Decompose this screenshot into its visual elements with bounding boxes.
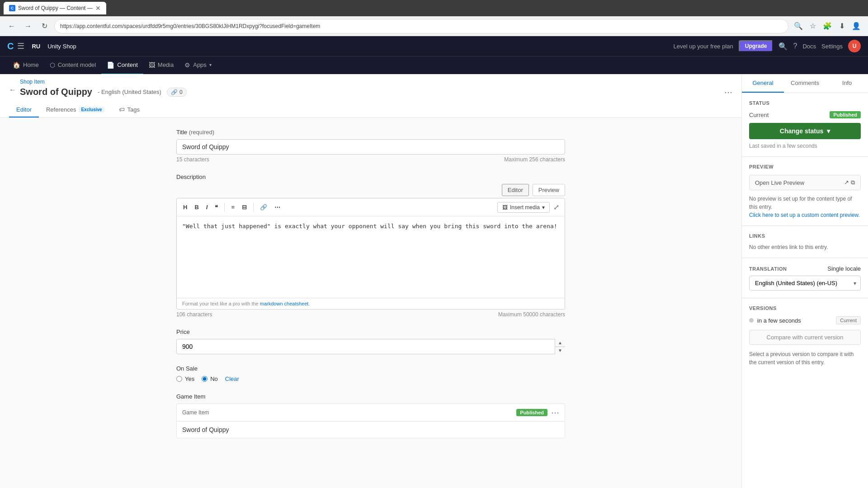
number-spinners: ▲ ▼ <box>555 339 565 354</box>
back-button[interactable]: ← <box>5 20 18 33</box>
ref-card-menu-button[interactable]: ⋯ <box>551 408 559 418</box>
profile-icon[interactable]: 👤 <box>850 20 863 33</box>
price-input-wrap: ▲ ▼ <box>176 339 565 354</box>
bookmark-icon[interactable]: ☆ <box>807 20 819 33</box>
description-field-group: Description Editor Preview H B I ❝ ≡ <box>176 174 565 318</box>
rte-preview-tab[interactable]: Preview <box>533 184 565 196</box>
settings-label[interactable]: Settings <box>821 43 843 50</box>
game-item-card: Game Item Published ⋯ Sword of Quippy <box>176 404 565 438</box>
tab-close-button[interactable]: ✕ <box>95 5 101 12</box>
tab-editor[interactable]: Editor <box>9 103 39 117</box>
right-sidebar: General Comments Info STATUS Current Pub… <box>741 74 868 488</box>
download-icon[interactable]: ⬇ <box>835 20 848 33</box>
address-bar[interactable]: https://app.contentful.com/spaces/urdfdd… <box>54 19 788 33</box>
copy-icon: ⧉ <box>851 179 855 186</box>
open-live-preview-button[interactable]: Open Live Preview ↗ ⧉ <box>749 175 861 190</box>
help-icon[interactable]: ? <box>793 42 797 50</box>
insert-media-button[interactable]: 🖼 Insert media ▾ <box>497 202 550 213</box>
ordered-list-button[interactable]: ⊟ <box>239 202 250 212</box>
rte-editor-tab[interactable]: Editor <box>502 184 529 196</box>
form-area[interactable]: Title (required) 15 characters Maximum 2… <box>0 118 741 488</box>
status-row: Current Published <box>749 111 861 118</box>
tab-tags[interactable]: 🏷 Tags <box>112 103 147 117</box>
rte-tab-bar: Editor Preview <box>176 184 565 196</box>
app-logo: C <box>7 41 14 52</box>
italic-button[interactable]: I <box>203 202 211 212</box>
sidebar-tabs: General Comments Info <box>742 74 868 93</box>
markdown-cheatsheet-link[interactable]: markdown cheatsheet <box>260 301 309 306</box>
quote-button[interactable]: ❝ <box>212 202 221 212</box>
on-sale-yes-option[interactable]: Yes <box>176 375 194 382</box>
hamburger-menu-icon[interactable]: ☰ <box>17 41 24 51</box>
published-status-badge: Published <box>830 111 861 118</box>
browser-tab[interactable]: C Sword of Quippy — Content — ✕ <box>4 2 106 14</box>
link-icon: 🔗 <box>171 89 178 95</box>
nav-item-apps[interactable]: ⚙ Apps ▾ <box>179 56 217 75</box>
more-options-button[interactable]: ⋯ <box>724 87 732 97</box>
heading-button[interactable]: H <box>180 202 190 212</box>
price-input[interactable] <box>176 339 565 354</box>
preview-note: No preview is set up for the content typ… <box>749 195 861 211</box>
title-input[interactable] <box>176 139 565 155</box>
locale-select[interactable]: English (United States) (en-US) <box>749 276 861 291</box>
translation-section-title: TRANSLATION <box>749 266 787 272</box>
search-icon[interactable]: 🔍 <box>792 20 805 33</box>
org-initials: RU <box>28 41 44 52</box>
chevron-down-icon: ▾ <box>827 127 830 135</box>
nav-item-content-model[interactable]: ⬡ Content model <box>44 56 102 75</box>
sidebar-tab-comments[interactable]: Comments <box>784 74 826 93</box>
back-button[interactable]: ← <box>9 86 16 94</box>
links-badge[interactable]: 🔗 0 <box>167 88 187 97</box>
versions-section-title: VERSIONS <box>749 305 861 311</box>
browser-chrome: C Sword of Quippy — Content — ✕ <box>0 0 868 16</box>
rte-divider <box>224 203 225 212</box>
forward-button[interactable]: → <box>22 20 34 33</box>
chevron-down-icon: ▾ <box>542 204 545 211</box>
current-version-badge: Current <box>836 316 861 324</box>
breadcrumb[interactable]: Shop Item <box>20 79 732 85</box>
nav-item-home[interactable]: 🏠 Home <box>7 56 44 75</box>
compare-versions-button[interactable]: Compare with current version <box>749 330 861 345</box>
reload-button[interactable]: ↻ <box>38 20 51 33</box>
on-sale-yes-radio[interactable] <box>176 376 182 382</box>
tab-references[interactable]: References Exclusive <box>39 103 112 117</box>
sidebar-tab-general[interactable]: General <box>742 74 784 93</box>
on-sale-clear-link[interactable]: Clear <box>225 375 239 382</box>
upgrade-button[interactable]: Upgrade <box>739 40 774 52</box>
extension-icon[interactable]: 🧩 <box>821 20 834 33</box>
nav-item-content[interactable]: 📄 Content <box>101 56 143 75</box>
app-bar: C ☰ RU Unity Shop Level up your free pla… <box>0 36 868 56</box>
sidebar-tab-info[interactable]: Info <box>826 74 868 93</box>
on-sale-field-group: On Sale Yes No Clear <box>176 365 565 382</box>
entry-locale: - English (United States) <box>98 89 161 95</box>
form-wrapper: Title (required) 15 characters Maximum 2… <box>176 129 565 438</box>
title-field-group: Title (required) 15 characters Maximum 2… <box>176 129 565 163</box>
on-sale-no-option[interactable]: No <box>202 375 218 382</box>
expand-editor-button[interactable]: ⤢ <box>552 201 561 213</box>
tab-favicon: C <box>9 5 15 11</box>
image-icon: 🖼 <box>502 204 508 211</box>
status-section: STATUS Current Published Change status ▾… <box>742 93 868 157</box>
setup-preview-link[interactable]: Click here to set up a custom content pr… <box>749 212 860 218</box>
price-increment-button[interactable]: ▲ <box>555 339 565 347</box>
search-icon[interactable]: 🔍 <box>778 42 788 51</box>
bold-button[interactable]: B <box>192 202 201 212</box>
links-count: 0 <box>179 89 183 95</box>
change-status-button[interactable]: Change status ▾ <box>749 123 861 139</box>
preview-section: PREVIEW Open Live Preview ↗ ⧉ No preview… <box>742 157 868 226</box>
more-formats-button[interactable]: ⋯ <box>272 202 283 212</box>
on-sale-radio-group: Yes No Clear <box>176 375 565 382</box>
tags-icon: 🏷 <box>119 106 125 113</box>
unordered-list-button[interactable]: ≡ <box>228 202 237 212</box>
link-button[interactable]: 🔗 <box>257 202 270 212</box>
external-link-icon: ↗ <box>844 179 849 186</box>
rte-content[interactable]: "Well that just happened" is exactly wha… <box>177 216 565 298</box>
nav-item-media[interactable]: 🖼 Media <box>143 56 179 75</box>
game-item-field-group: Game Item Game Item Published ⋯ Sword of… <box>176 393 565 438</box>
user-avatar[interactable]: U <box>848 40 861 52</box>
version-time: in a few seconds <box>757 317 832 324</box>
price-decrement-button[interactable]: ▼ <box>555 347 565 355</box>
on-sale-no-radio[interactable] <box>202 376 208 382</box>
ref-card-content[interactable]: Sword of Quippy <box>177 422 565 438</box>
entry-title: Sword of Quippy <box>20 87 92 97</box>
